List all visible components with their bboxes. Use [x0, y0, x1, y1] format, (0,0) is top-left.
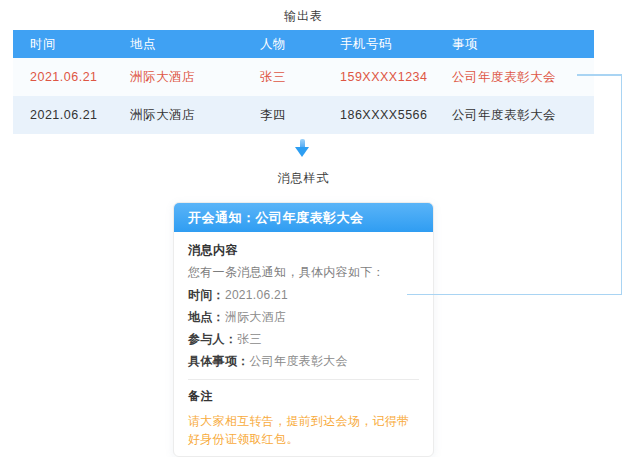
table-cell-person: 张三	[243, 58, 323, 96]
remark-section-title: 备注	[188, 390, 419, 403]
field-row-place: 地点：洲际大酒店	[188, 311, 419, 324]
field-value: 洲际大酒店	[225, 310, 287, 324]
table-row: 2021.06.21 洲际大酒店 李四 186XXXX5566 公司年度表彰大会	[13, 96, 594, 134]
table-row-highlighted: 2021.06.21 洲际大酒店 张三 159XXXX1234 公司年度表彰大会	[13, 58, 594, 96]
down-arrow-icon	[295, 139, 309, 158]
notification-format-panel: 输出表 时间 地点 人物 手机号码 事项 2021.06.21 洲际大酒店 张三…	[0, 0, 632, 457]
table-cell-place: 洲际大酒店	[113, 96, 243, 134]
field-label: 地点：	[188, 310, 225, 324]
column-header-time: 时间	[13, 30, 113, 58]
field-label: 时间：	[188, 288, 225, 302]
message-content-section-title: 消息内容	[188, 244, 419, 257]
table-cell-time: 2021.06.21	[13, 96, 113, 134]
output-table: 时间 地点 人物 手机号码 事项 2021.06.21 洲际大酒店 张三 159…	[13, 30, 594, 134]
field-value: 2021.06.21	[225, 288, 288, 302]
table-cell-matter: 公司年度表彰大会	[435, 96, 594, 134]
output-table-title: 输出表	[13, 8, 594, 25]
table-cell-time: 2021.06.21	[13, 58, 113, 96]
table-cell-person: 李四	[243, 96, 323, 134]
remark-text: 请大家相互转告，提前到达会场，记得带好身份证领取红包。	[188, 412, 419, 448]
field-row-time: 时间：2021.06.21	[188, 289, 419, 302]
field-value: 张三	[237, 332, 262, 346]
connector-line-top	[577, 74, 622, 76]
field-row-participant: 参与人：张三	[188, 333, 419, 346]
connector-line-right	[621, 74, 623, 295]
message-intro-line: 您有一条消息通知，具体内容如下：	[188, 266, 419, 279]
message-card-header: 开会通知：公司年度表彰大会	[174, 203, 433, 232]
field-value: 公司年度表彰大会	[250, 354, 348, 368]
column-header-place: 地点	[113, 30, 243, 58]
field-label: 参与人：	[188, 332, 237, 346]
message-style-title: 消息样式	[13, 170, 594, 187]
column-header-matter: 事项	[435, 30, 594, 58]
column-header-person: 人物	[243, 30, 323, 58]
table-cell-matter: 公司年度表彰大会	[435, 58, 594, 96]
table-header-row: 时间 地点 人物 手机号码 事项	[13, 30, 594, 58]
table-cell-phone: 186XXXX5566	[323, 96, 435, 134]
message-card: 开会通知：公司年度表彰大会 消息内容 您有一条消息通知，具体内容如下： 时间：2…	[173, 202, 434, 457]
column-header-phone: 手机号码	[323, 30, 435, 58]
message-card-body: 消息内容 您有一条消息通知，具体内容如下： 时间：2021.06.21 地点：洲…	[174, 232, 433, 456]
table-cell-phone: 159XXXX1234	[323, 58, 435, 96]
field-row-matter: 具体事项：公司年度表彰大会	[188, 355, 419, 368]
field-label: 具体事项：	[188, 354, 250, 368]
connector-line-bottom	[407, 294, 622, 296]
card-divider	[188, 379, 419, 380]
table-cell-place: 洲际大酒店	[113, 58, 243, 96]
